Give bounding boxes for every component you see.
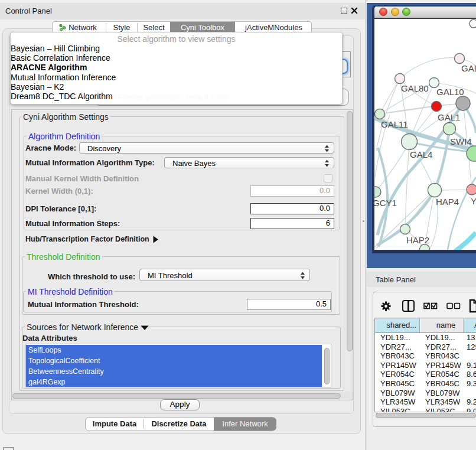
svg-text:GAL1: GAL1: [438, 112, 460, 122]
svg-text:GCY1: GCY1: [374, 198, 397, 208]
svg-text:GAL11: GAL11: [381, 119, 408, 129]
svg-text:GAL4: GAL4: [410, 149, 432, 159]
svg-text:GAL10: GAL10: [436, 87, 464, 97]
svg-text:Y: Y: [471, 196, 476, 206]
svg-text:HAP2: HAP2: [406, 235, 429, 245]
svg-text:SWI4: SWI4: [450, 136, 472, 146]
svg-text:GAL80: GAL80: [401, 83, 429, 93]
svg-text:HAP4: HAP4: [436, 197, 459, 207]
svg-text:GAL7: GAL7: [461, 63, 476, 73]
